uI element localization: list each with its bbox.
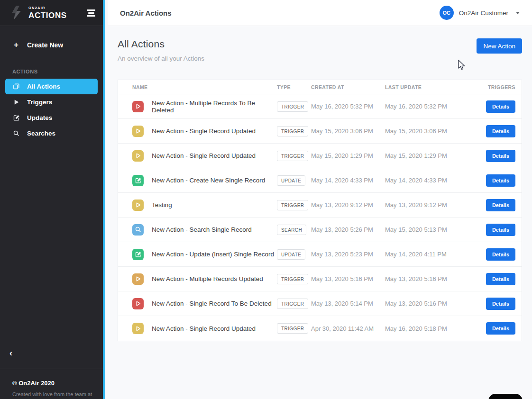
type-badge: TRIGGER bbox=[277, 126, 308, 136]
edit-icon bbox=[132, 175, 144, 186]
table-row: New Action - Single Record To Be Deleted… bbox=[118, 291, 522, 316]
brand-text: ON2AIR ACTIONS bbox=[28, 6, 67, 19]
action-name: New Action - Single Record Updated bbox=[152, 325, 256, 332]
table-row: New Action - Update (Insert) Single Reco… bbox=[118, 242, 522, 267]
actions-section-label: ACTIONS bbox=[0, 69, 103, 79]
sidebar-nav: All Actions Triggers Updates Searches bbox=[0, 79, 103, 141]
page-header: All Actions An overview of all your Acti… bbox=[118, 38, 522, 62]
sidebar-item-triggers[interactable]: Triggers bbox=[5, 94, 98, 110]
play-icon bbox=[132, 126, 144, 137]
play-icon bbox=[132, 273, 144, 285]
type-badge: TRIGGER bbox=[277, 151, 308, 161]
created-at-value: May 13, 2020 9:12 PM bbox=[311, 201, 385, 209]
chevron-down-icon bbox=[516, 12, 520, 14]
created-at-value: May 13, 2020 5:16 PM bbox=[311, 275, 385, 282]
details-button[interactable]: Details bbox=[486, 174, 515, 187]
created-at-value: May 15, 2020 3:06 PM bbox=[311, 127, 385, 135]
last-update-value: May 14, 2020 4:11 PM bbox=[385, 251, 457, 258]
create-new-label: Create New bbox=[27, 41, 63, 49]
type-badge: TRIGGER bbox=[277, 101, 308, 112]
copy-icon bbox=[12, 83, 20, 91]
details-button[interactable]: Details bbox=[486, 322, 515, 335]
main-content: All Actions An overview of all your Acti… bbox=[108, 27, 532, 399]
brand-top-label: ON2AIR bbox=[28, 6, 67, 10]
plus-icon: + bbox=[12, 40, 20, 50]
action-name: New Action - Single Record To Be Deleted bbox=[152, 300, 272, 307]
play-icon bbox=[132, 323, 144, 334]
details-button[interactable]: Details bbox=[486, 199, 515, 211]
chat-widget-button[interactable] bbox=[488, 394, 523, 399]
user-menu[interactable]: OC On2Air Customer bbox=[440, 6, 520, 20]
details-button[interactable]: Details bbox=[486, 224, 515, 236]
created-at-value: May 13, 2020 5:23 PM bbox=[311, 251, 385, 258]
created-at-value: Apr 30, 2020 11:42 AM bbox=[311, 325, 385, 332]
app-title: On2Air Actions bbox=[120, 9, 172, 17]
search-icon bbox=[12, 130, 20, 137]
actions-table: NAME TYPE CREATED AT LAST UPDATE TRIGGER… bbox=[118, 80, 522, 341]
sidebar-item-label: Searches bbox=[27, 130, 55, 137]
table-row: New Action - Create New Single Record UP… bbox=[118, 168, 522, 193]
sidebar-footer: ‹ © On2Air 2020 Created with love from t… bbox=[0, 348, 103, 399]
details-button[interactable]: Details bbox=[486, 298, 515, 310]
create-new-button[interactable]: + Create New bbox=[0, 37, 103, 53]
edit-icon bbox=[132, 249, 144, 260]
table-body: New Action - Multiple Records To Be Dele… bbox=[118, 94, 522, 341]
table-row: New Action - Single Record Updated TRIGG… bbox=[118, 144, 522, 168]
topbar: On2Air Actions OC On2Air Customer bbox=[108, 0, 532, 26]
edit-icon bbox=[12, 114, 20, 122]
header-created-at: CREATED AT bbox=[311, 84, 385, 90]
new-action-button[interactable]: New Action bbox=[477, 38, 522, 54]
details-button[interactable]: Details bbox=[486, 125, 515, 137]
page-title: All Actions bbox=[118, 38, 204, 50]
hamburger-menu-icon[interactable] bbox=[85, 8, 97, 18]
type-badge: UPDATE bbox=[277, 249, 305, 260]
table-row: New Action - Multiple Records Updated TR… bbox=[118, 267, 522, 291]
sidebar-item-updates[interactable]: Updates bbox=[5, 110, 98, 126]
last-update-value: May 15, 2020 5:13 PM bbox=[385, 226, 457, 233]
play-icon bbox=[12, 99, 20, 106]
type-badge: TRIGGER bbox=[277, 299, 308, 309]
copyright-text: © On2Air 2020 bbox=[0, 369, 103, 387]
sidebar-item-label: Triggers bbox=[27, 99, 52, 106]
details-button[interactable]: Details bbox=[486, 273, 515, 285]
page-subtitle: An overview of all your Actions bbox=[118, 55, 204, 62]
header-name: NAME bbox=[118, 84, 277, 90]
header-type: TYPE bbox=[277, 84, 311, 90]
last-update-value: May 13, 2020 9:12 PM bbox=[385, 201, 457, 209]
created-at-value: May 13, 2020 5:26 PM bbox=[311, 226, 385, 233]
details-button[interactable]: Details bbox=[486, 150, 515, 162]
chevron-left-icon: ‹ bbox=[9, 348, 12, 358]
footer-tagline: Created with love from the team at bbox=[0, 387, 103, 399]
table-row: New Action - Single Record Updated TRIGG… bbox=[118, 316, 522, 341]
action-name: New Action - Multiple Records Updated bbox=[152, 275, 263, 282]
action-name: New Action - Multiple Records To Be Dele… bbox=[152, 100, 277, 114]
created-at-value: May 16, 2020 5:32 PM bbox=[311, 103, 385, 110]
action-name: New Action - Single Record Updated bbox=[152, 127, 256, 135]
brand-bottom-label: ACTIONS bbox=[28, 11, 67, 19]
sidebar-item-searches[interactable]: Searches bbox=[5, 126, 98, 141]
action-name: New Action - Single Record Updated bbox=[152, 152, 256, 159]
avatar: OC bbox=[440, 6, 454, 20]
header-triggers: TRIGGERS bbox=[457, 84, 522, 90]
details-button[interactable]: Details bbox=[486, 100, 515, 113]
last-update-value: May 16, 2020 5:18 PM bbox=[385, 325, 457, 332]
last-update-value: May 15, 2020 1:29 PM bbox=[385, 152, 457, 159]
last-update-value: May 15, 2020 3:06 PM bbox=[385, 127, 457, 135]
created-at-value: May 14, 2020 4:33 PM bbox=[311, 177, 385, 184]
table-row: New Action - Single Record Updated TRIGG… bbox=[118, 119, 522, 144]
sidebar-item-label: All Actions bbox=[27, 83, 60, 90]
type-badge: TRIGGER bbox=[277, 323, 308, 334]
last-update-value: May 13, 2020 5:16 PM bbox=[385, 300, 457, 307]
last-update-value: May 13, 2020 5:16 PM bbox=[385, 275, 457, 282]
table-header: NAME TYPE CREATED AT LAST UPDATE TRIGGER… bbox=[118, 80, 522, 94]
sidebar-item-label: Updates bbox=[27, 114, 52, 121]
sidebar: ON2AIR ACTIONS + Create New ACTIONS All … bbox=[0, 0, 105, 399]
collapse-sidebar-button[interactable]: ‹ bbox=[0, 348, 19, 369]
header-last-update: LAST UPDATE bbox=[385, 84, 457, 90]
table-row: Testing TRIGGER May 13, 2020 9:12 PM May… bbox=[118, 193, 522, 218]
type-badge: SEARCH bbox=[277, 225, 306, 235]
play-icon bbox=[132, 150, 144, 162]
details-button[interactable]: Details bbox=[486, 248, 515, 261]
sidebar-item-all-actions[interactable]: All Actions bbox=[5, 79, 98, 94]
user-name: On2Air Customer bbox=[459, 9, 508, 17]
